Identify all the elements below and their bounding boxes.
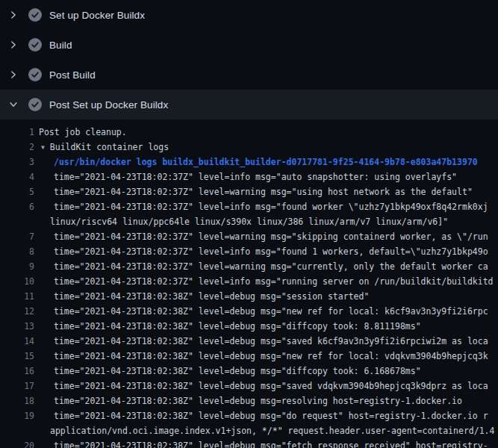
log-text: time="2021-04-23T18:02:37Z" level=warnin…	[34, 261, 488, 272]
log-line: 2 ▼BuildKit container logs	[0, 140, 498, 155]
check-circle-icon	[28, 8, 42, 22]
check-circle-icon	[28, 98, 42, 111]
log-line: 9 time="2021-04-23T18:02:37Z" level=warn…	[0, 259, 498, 274]
check-circle-icon	[28, 38, 42, 52]
log-text: time="2021-04-23T18:02:37Z" level=warnin…	[34, 231, 488, 242]
log-line: 18 time="2021-04-23T18:02:38Z" level=deb…	[0, 393, 498, 408]
line-number[interactable]: 10	[0, 276, 34, 287]
log-line: 16 time="2021-04-23T18:02:38Z" level=deb…	[0, 364, 498, 379]
log-text: time="2021-04-23T18:02:38Z" level=debug …	[34, 291, 369, 302]
step-label: Build	[49, 40, 72, 51]
log-text: time="2021-04-23T18:02:37Z" level=info m…	[34, 246, 488, 257]
line-number[interactable]: 18	[0, 396, 34, 406]
log-text-continuation: application/vnd.oci.image.index.v1+json,…	[34, 426, 494, 436]
log-line: 10 time="2021-04-23T18:02:37Z" level=inf…	[0, 274, 498, 289]
line-number[interactable]: 8	[0, 246, 34, 257]
log-text: Post job cleanup.	[34, 127, 127, 137]
log-line: 14 time="2021-04-23T18:02:38Z" level=deb…	[0, 334, 498, 349]
line-number[interactable]: 17	[0, 381, 34, 391]
line-number[interactable]: 19	[0, 411, 34, 421]
chevron-right-icon	[8, 10, 19, 20]
log-line: linux/riscv64 linux/ppc64le linux/s390x …	[0, 214, 498, 229]
line-number[interactable]: 9	[0, 261, 34, 272]
line-number[interactable]: 2	[0, 142, 34, 152]
log-line: 4 time="2021-04-23T18:02:37Z" level=info…	[0, 169, 498, 184]
log-text: time="2021-04-23T18:02:38Z" level=debug …	[34, 336, 488, 346]
group-collapse-toggle-icon[interactable]: ▼	[41, 143, 45, 150]
log-line: 19 time="2021-04-23T18:02:38Z" level=deb…	[0, 408, 498, 423]
line-number[interactable]: 11	[0, 291, 34, 302]
steps-list: Set up Docker Buildx Build	[0, 0, 498, 119]
log-text: time="2021-04-23T18:02:38Z" level=debug …	[34, 381, 488, 391]
log-text: /usr/bin/docker logs buildx_buildkit_bui…	[34, 157, 478, 167]
line-number[interactable]: 4	[0, 172, 34, 182]
step-header[interactable]: Set up Docker Buildx	[0, 0, 498, 30]
step-label: Post Build	[49, 69, 96, 81]
log-text: ▼BuildKit container logs	[34, 142, 169, 152]
log-text: time="2021-04-23T18:02:38Z" level=debug …	[34, 351, 488, 361]
line-number[interactable]: 16	[0, 366, 34, 376]
actions-log-viewer: Set up Docker Buildx Build	[0, 0, 498, 448]
log-text: time="2021-04-23T18:02:37Z" level=info m…	[34, 276, 494, 287]
log-text: time="2021-04-23T18:02:38Z" level=debug …	[34, 441, 488, 448]
step-label: Post Set up Docker Buildx	[49, 99, 168, 111]
step-header[interactable]: Post Build	[0, 60, 498, 90]
log-line: 11 time="2021-04-23T18:02:38Z" level=deb…	[0, 289, 498, 304]
log-text-continuation: linux/riscv64 linux/ppc64le linux/s390x …	[34, 217, 448, 227]
check-circle-icon	[28, 68, 42, 81]
log-text: time="2021-04-23T18:02:38Z" level=debug …	[34, 306, 488, 317]
line-number[interactable]: 12	[0, 306, 34, 317]
log-text: time="2021-04-23T18:02:37Z" level=info m…	[34, 172, 457, 182]
log-text: time="2021-04-23T18:02:37Z" level=warnin…	[34, 187, 473, 197]
log-viewer: 1 Post job cleanup. 2 ▼BuildKit containe…	[0, 119, 498, 448]
step-header[interactable]: Build	[0, 30, 498, 60]
step-label: Set up Docker Buildx	[49, 10, 145, 21]
log-line: 12 time="2021-04-23T18:02:38Z" level=deb…	[0, 304, 498, 319]
log-line: 20 time="2021-04-23T18:02:38Z" level=deb…	[0, 438, 498, 448]
line-number[interactable]: 14	[0, 336, 34, 346]
line-number[interactable]: 7	[0, 231, 34, 242]
log-line: 17 time="2021-04-23T18:02:38Z" level=deb…	[0, 379, 498, 393]
log-line: 3 /usr/bin/docker logs buildx_buildkit_b…	[0, 155, 498, 169]
log-text: time="2021-04-23T18:02:37Z" level=info m…	[34, 202, 488, 212]
log-line: 8 time="2021-04-23T18:02:37Z" level=info…	[0, 244, 498, 259]
log-line: 13 time="2021-04-23T18:02:38Z" level=deb…	[0, 319, 498, 334]
log-text: time="2021-04-23T18:02:38Z" level=debug …	[34, 411, 488, 421]
line-number[interactable]: 15	[0, 351, 34, 361]
log-line: 15 time="2021-04-23T18:02:38Z" level=deb…	[0, 349, 498, 364]
log-line: application/vnd.oci.image.index.v1+json,…	[0, 423, 498, 438]
log-line: 6 time="2021-04-23T18:02:37Z" level=info…	[0, 199, 498, 214]
log-text: time="2021-04-23T18:02:38Z" level=debug …	[34, 366, 421, 376]
line-number[interactable]: 6	[0, 202, 34, 212]
line-number[interactable]: 1	[0, 127, 34, 137]
log-text: time="2021-04-23T18:02:38Z" level=debug …	[34, 396, 462, 406]
chevron-right-icon	[8, 69, 19, 80]
chevron-right-icon	[8, 40, 19, 50]
line-number[interactable]: 20	[0, 441, 34, 448]
log-text: time="2021-04-23T18:02:38Z" level=debug …	[34, 321, 421, 332]
log-line: 1 Post job cleanup.	[0, 125, 498, 140]
step-header[interactable]: Post Set up Docker Buildx	[0, 90, 498, 119]
line-number[interactable]: 3	[0, 157, 34, 167]
line-number[interactable]: 5	[0, 187, 34, 197]
log-line: 5 time="2021-04-23T18:02:37Z" level=warn…	[0, 184, 498, 199]
group-label[interactable]: BuildKit container logs	[50, 142, 169, 152]
chevron-down-icon	[8, 99, 19, 110]
line-number[interactable]: 13	[0, 321, 34, 332]
log-line: 7 time="2021-04-23T18:02:37Z" level=warn…	[0, 229, 498, 244]
